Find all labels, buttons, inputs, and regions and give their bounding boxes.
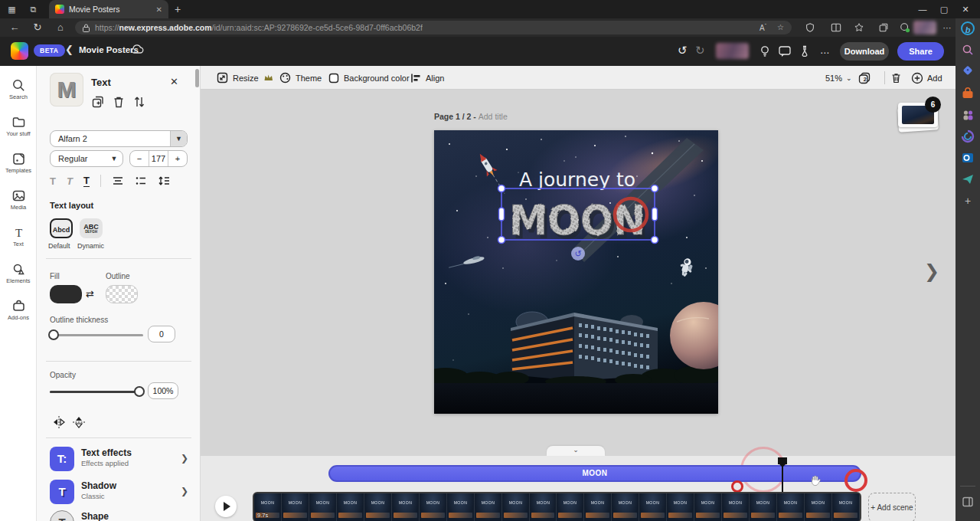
opacity-value[interactable]: 100%: [148, 382, 178, 399]
panel-scrollbar[interactable]: [195, 69, 199, 87]
duplicate-icon[interactable]: [91, 95, 105, 109]
slider-knob[interactable]: [48, 329, 59, 340]
delete-page-button[interactable]: [890, 66, 902, 90]
film-frame[interactable]: MOON: [722, 493, 750, 521]
outline-thickness-value[interactable]: 0: [148, 326, 175, 342]
workspaces-icon[interactable]: ▦: [6, 4, 18, 15]
film-frame[interactable]: MOON: [694, 493, 722, 521]
window-minimize-button[interactable]: —: [913, 3, 933, 15]
sidebar-settings-icon[interactable]: [961, 495, 975, 509]
film-frame[interactable]: MOON: [612, 493, 639, 521]
font-size-increase[interactable]: +: [168, 151, 187, 166]
film-frame[interactable]: MOON: [530, 493, 557, 521]
selection-handle-e[interactable]: [652, 208, 658, 221]
browser-menu-icon[interactable]: ⋯: [940, 21, 954, 34]
film-frame[interactable]: MOON: [584, 493, 612, 521]
film-frame[interactable]: MOON: [282, 493, 309, 521]
sidebar-item-media[interactable]: Media: [0, 187, 37, 221]
outline-thickness-slider[interactable]: [50, 334, 143, 336]
flip-horizontal-icon[interactable]: [52, 415, 66, 429]
film-frame[interactable]: MOON 9.7s: [254, 493, 282, 521]
layout-dynamic-button[interactable]: ABC DEFGH: [80, 218, 103, 238]
selection-handle-ne[interactable]: [652, 185, 658, 192]
sidebar-item-your-stuff[interactable]: Your stuff: [0, 113, 37, 147]
window-maximize-button[interactable]: ▢: [934, 3, 954, 15]
film-frame[interactable]: MOON: [364, 493, 392, 521]
panel-close-icon[interactable]: ✕: [170, 76, 178, 87]
selection-handle-nw[interactable]: [498, 185, 505, 192]
italic-button[interactable]: T: [67, 175, 73, 187]
browser-tab[interactable]: Movie Posters ✕: [49, 0, 168, 18]
line-spacing-button[interactable]: [158, 175, 170, 186]
flip-vertical-icon[interactable]: [72, 415, 86, 429]
new-tab-button[interactable]: +: [175, 3, 181, 15]
text-effects-row[interactable]: T: Text effects Effects applied ❯: [44, 445, 193, 476]
theme-button[interactable]: Theme: [279, 66, 322, 90]
layout-default-button[interactable]: Abcd: [50, 218, 73, 238]
poster-page[interactable]: A journey to MOON MOON ↺: [434, 130, 718, 414]
sidebar-item-add-ons[interactable]: Add-ons: [0, 297, 37, 331]
favorites-bar-icon[interactable]: [853, 22, 865, 33]
tab-close-icon[interactable]: ✕: [156, 5, 162, 14]
align-button[interactable]: Align: [410, 66, 444, 90]
sidebar-item-elements[interactable]: Elements: [0, 260, 37, 294]
beaker-icon[interactable]: [798, 44, 812, 58]
playhead-handle[interactable]: [778, 457, 787, 464]
browser-essentials-icon[interactable]: [899, 22, 911, 33]
zoom-control[interactable]: 51% ⌄: [825, 66, 852, 90]
header-more-icon[interactable]: ⋯: [820, 46, 829, 60]
outlook-icon[interactable]: [961, 151, 975, 165]
film-frame[interactable]: MOON: [639, 493, 667, 521]
sidebar-item-text[interactable]: T Text: [0, 224, 37, 257]
film-frame[interactable]: MOON: [392, 493, 420, 521]
film-frame[interactable]: MOON: [557, 493, 584, 521]
film-frame[interactable]: MOON: [777, 493, 805, 521]
sidebar-item-search[interactable]: Search: [0, 77, 37, 110]
resize-button[interactable]: Resize: [217, 66, 273, 90]
back-icon[interactable]: ←: [8, 21, 21, 34]
timeline-collapse-button[interactable]: ⌄: [547, 446, 605, 456]
profile-avatar[interactable]: [913, 21, 936, 34]
lightbulb-icon[interactable]: [758, 44, 772, 58]
shape-row[interactable]: T Shape ❯: [44, 509, 193, 521]
add-scene-button[interactable]: + Add scene: [868, 493, 916, 521]
window-close-button[interactable]: ✕: [956, 3, 975, 15]
sidebar-search-icon[interactable]: [961, 43, 975, 57]
designer-icon[interactable]: [961, 129, 975, 143]
shield-icon[interactable]: [804, 22, 816, 33]
favorite-star-icon[interactable]: ☆: [777, 23, 784, 32]
drop-icon[interactable]: [961, 172, 975, 186]
sidebar-add-icon[interactable]: +: [961, 194, 975, 208]
film-frame[interactable]: MOON: [337, 493, 364, 521]
adobe-express-logo[interactable]: [11, 42, 28, 60]
next-page-button[interactable]: ❯: [924, 260, 939, 282]
font-size-value[interactable]: 177: [149, 151, 168, 166]
pages-stack-widget[interactable]: 6: [893, 97, 941, 133]
swap-fill-outline-icon[interactable]: ⇄: [86, 288, 94, 300]
page-title-placeholder[interactable]: Add title: [479, 112, 508, 121]
selection-handle-se[interactable]: [652, 237, 658, 244]
slider-knob[interactable]: [134, 386, 145, 397]
background-color-button[interactable]: Background color: [328, 66, 410, 90]
page-label[interactable]: Page 1 / 2 - Add title: [434, 112, 508, 121]
font-weight-select[interactable]: Regular ▼: [50, 150, 123, 167]
people-icon[interactable]: [961, 108, 975, 122]
font-family-select[interactable]: Alfarn 2 ▼: [50, 130, 188, 147]
collections-icon[interactable]: [877, 22, 890, 33]
selected-layer-thumbnail[interactable]: M: [50, 73, 83, 106]
tab-actions-icon[interactable]: ⧉: [28, 4, 39, 15]
selection-handle-sw[interactable]: [498, 237, 505, 244]
film-frame[interactable]: MOON: [309, 493, 337, 521]
font-size-decrease[interactable]: −: [130, 151, 149, 166]
undo-icon[interactable]: ↺: [678, 44, 688, 57]
text-align-button[interactable]: [112, 175, 124, 186]
outline-color-swatch[interactable]: [106, 285, 138, 303]
share-button[interactable]: Share: [897, 42, 944, 61]
games-icon[interactable]: [961, 87, 975, 100]
layer-order-icon[interactable]: [132, 95, 146, 109]
underline-button[interactable]: T: [83, 175, 90, 187]
film-frame[interactable]: MOON: [420, 493, 447, 521]
redo-icon[interactable]: ↻: [695, 44, 705, 57]
poster-subtitle-text[interactable]: A journey to: [519, 169, 635, 191]
selection-handle-w[interactable]: [499, 208, 505, 221]
